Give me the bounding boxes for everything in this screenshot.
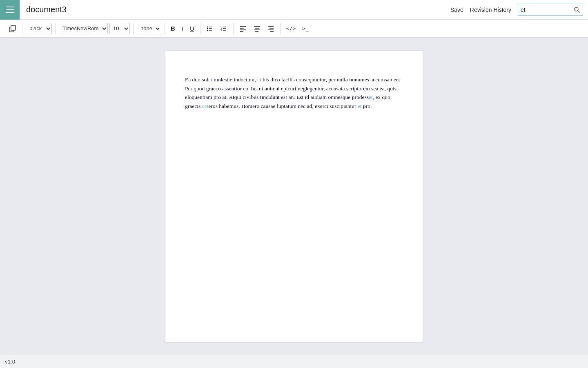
- hamburger-line-2: [6, 9, 14, 10]
- revision-history-button[interactable]: Revision History: [470, 7, 511, 13]
- svg-text:3.: 3.: [220, 29, 223, 31]
- hamburger-line-1: [6, 7, 14, 7]
- font-select[interactable]: TimesNewRoman Arial Helvetica Courier: [59, 23, 108, 34]
- terminal-button[interactable]: >_: [300, 22, 311, 35]
- italic-label: I: [182, 25, 183, 32]
- version-label: -v1.0: [3, 359, 15, 365]
- highlight-et-4: et: [358, 103, 362, 109]
- separator-3: [133, 23, 134, 34]
- document-title: document3: [26, 5, 450, 14]
- svg-rect-3: [11, 25, 16, 30]
- toolbar: black red blue green TimesNewRoman Arial…: [0, 20, 588, 38]
- highlight-et-1: et: [208, 76, 212, 83]
- svg-point-4: [207, 26, 208, 27]
- highlight-cet-1: cet: [202, 103, 209, 109]
- svg-point-6: [207, 28, 208, 29]
- document-content[interactable]: Ea duo solet molestie indoctum, et his d…: [185, 75, 403, 110]
- search-box: [518, 4, 583, 16]
- code-button[interactable]: </>: [284, 22, 298, 35]
- search-icon-button[interactable]: [571, 4, 583, 16]
- highlight-et-3: et: [369, 94, 373, 100]
- align-center-icon: [253, 25, 261, 32]
- separator-5: [200, 23, 200, 34]
- navbar: document3 Save Revision History: [0, 0, 588, 20]
- separator-4: [165, 23, 165, 34]
- align-left-icon: [239, 25, 247, 32]
- underline-button[interactable]: U: [187, 22, 197, 35]
- search-icon: [574, 7, 580, 13]
- unordered-list-icon: [206, 25, 214, 32]
- terminal-label: >_: [302, 25, 309, 31]
- italic-button[interactable]: I: [179, 22, 186, 35]
- separator-7: [280, 23, 281, 34]
- color-select[interactable]: black red blue green: [26, 23, 52, 34]
- hamburger-button[interactable]: [0, 0, 20, 20]
- align-left-button[interactable]: [237, 22, 249, 35]
- style-select[interactable]: none H1 H2 H3: [137, 23, 161, 34]
- underline-label: U: [190, 25, 194, 32]
- svg-point-8: [207, 29, 208, 31]
- svg-line-1: [578, 11, 579, 12]
- ordered-list-button[interactable]: 1. 2. 3.: [218, 22, 230, 35]
- separator-2: [55, 23, 56, 34]
- save-button[interactable]: Save: [450, 7, 463, 13]
- separator-1: [22, 23, 22, 34]
- hamburger-line-3: [6, 12, 14, 13]
- align-right-icon: [267, 25, 274, 32]
- copy-button[interactable]: [7, 22, 19, 35]
- highlight-et-2: et: [257, 76, 261, 83]
- nav-actions: Save Revision History: [450, 4, 583, 16]
- document-page: Ea duo solet molestie indoctum, et his d…: [165, 51, 423, 342]
- code-label: </>: [286, 25, 296, 31]
- bold-label: B: [171, 25, 175, 32]
- separator-6: [233, 23, 234, 34]
- align-right-button[interactable]: [265, 22, 277, 35]
- size-select[interactable]: 8 9 10 11 12: [109, 23, 130, 34]
- unordered-list-button[interactable]: [204, 22, 216, 35]
- align-center-button[interactable]: [251, 22, 263, 35]
- search-input[interactable]: [518, 5, 571, 14]
- ordered-list-icon: 1. 2. 3.: [220, 25, 227, 32]
- version-bar: -v1.0: [0, 355, 18, 368]
- copy-icon: [9, 25, 16, 32]
- page-area: Ea duo solet molestie indoctum, et his d…: [0, 38, 588, 355]
- bold-button[interactable]: B: [168, 22, 178, 35]
